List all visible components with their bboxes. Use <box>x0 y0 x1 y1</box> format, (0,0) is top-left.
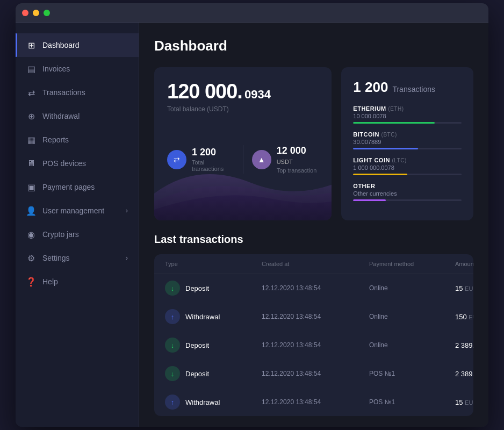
tx-currency: EUR <box>465 285 473 292</box>
crypto-item-bitcoin: BITCOIN (BTC) 30.007889 <box>353 131 462 149</box>
sidebar-item-user-management[interactable]: 👤 User management › <box>16 199 139 223</box>
crypto-name: ETHERIUM (ETH) <box>353 105 462 112</box>
sidebar-item-settings[interactable]: ⚙ Settings › <box>16 246 139 270</box>
withdrawal-icon: ↑ <box>165 309 180 324</box>
app-container: ⊞ Dashboard ▤ Invoices ⇄ Transactions ⊕ … <box>16 23 488 427</box>
page-title: Dashboard <box>154 38 473 54</box>
sidebar-item-withdrawal[interactable]: ⊕ Withdrawal <box>16 104 139 128</box>
tx-type-cell: ↓ Deposit <box>165 366 262 381</box>
dashboard-icon: ⊞ <box>26 40 36 50</box>
tx-amount: 15 EUR <box>455 284 473 292</box>
table-row[interactable]: ↑ Withdrawal 12.12.2020 13:48:54 POS №1 … <box>154 388 473 416</box>
deposit-icon: ↓ <box>165 281 180 296</box>
tx-type-cell: ↑ Withdrawal <box>165 395 262 410</box>
main-content: Dashboard 120 000. 0934 Total balance (U… <box>139 23 488 427</box>
tx-type-cell: ↑ Withdrawal <box>165 309 262 324</box>
tx-date: 12.12.2020 13:48:54 <box>262 313 369 320</box>
minimize-dot[interactable] <box>33 10 39 16</box>
progress-bar <box>353 148 462 149</box>
crypto-list: ETHERIUM (ETH) 10 000.0078 BITCOIN (BTC)… <box>353 105 462 201</box>
sidebar: ⊞ Dashboard ▤ Invoices ⇄ Transactions ⊕ … <box>16 23 139 427</box>
progress-bar <box>353 199 462 201</box>
col-type: Type <box>165 261 262 267</box>
tx-date: 12.12.2020 13:48:54 <box>262 398 369 406</box>
tx-method: POS №1 <box>369 398 455 406</box>
progress-fill <box>353 174 407 175</box>
progress-fill <box>353 122 434 124</box>
last-transactions-table: Type Created at Payment method Amount St… <box>154 254 473 416</box>
table-row[interactable]: ↓ Deposit 12.12.2020 13:48:54 POS №1 2 3… <box>154 360 473 388</box>
browser-toolbar <box>16 3 488 23</box>
top-cards: 120 000. 0934 Total balance (USDT) <box>154 67 473 220</box>
progress-bar <box>353 122 462 124</box>
total-tx-info: 1 200 Total transactions <box>192 147 234 172</box>
sidebar-item-dashboard[interactable]: ⊞ Dashboard <box>16 33 139 57</box>
crypto-name: LIGHT COIN (LTC) <box>353 157 462 163</box>
table-row[interactable]: ↓ Deposit 12.12.2020 13:48:54 Online 2 3… <box>154 331 473 360</box>
sidebar-label-invoices: Invoices <box>42 64 128 73</box>
sidebar-label-transactions: Transactions <box>42 88 128 97</box>
total-tx-icon: ⇄ <box>167 150 186 169</box>
top-tx-desc: Top transaction <box>277 167 319 174</box>
tx-date: 12.12.2020 13:48:54 <box>262 284 369 292</box>
tx-method: Online <box>369 313 455 320</box>
deposit-icon: ↓ <box>165 338 180 353</box>
close-dot[interactable] <box>22 10 28 16</box>
help-icon: ❓ <box>26 277 36 286</box>
sidebar-item-payment-pages[interactable]: ▣ Payment pages <box>16 175 139 199</box>
settings-icon: ⚙ <box>26 253 36 263</box>
tx-type-name: Withdrawal <box>185 313 220 321</box>
withdrawal-icon: ↑ <box>165 395 180 410</box>
sidebar-item-help[interactable]: ❓ Help <box>16 270 139 293</box>
sidebar-label-withdrawal: Withdrawal <box>42 112 128 120</box>
total-tx-desc: Total transactions <box>192 159 234 172</box>
table-body: ↓ Deposit 12.12.2020 13:48:54 Online 15 … <box>154 274 473 416</box>
sidebar-item-pos-devices[interactable]: 🖥 POS devices <box>16 152 139 175</box>
withdrawal-icon: ⊕ <box>26 111 36 121</box>
stat-divider <box>243 145 243 174</box>
crypto-item-other: OTHER Other currencies <box>353 183 462 201</box>
payment-pages-icon: ▣ <box>26 182 36 192</box>
sidebar-label-pos: POS devices <box>42 159 128 168</box>
sidebar-item-crypto-jars[interactable]: ◉ Crypto jars <box>16 223 139 246</box>
table-row[interactable]: ↑ Withdrawal 12.12.2020 13:48:54 Online … <box>154 303 473 331</box>
tx-method: Online <box>369 284 455 292</box>
table-row[interactable]: ↓ Deposit 12.12.2020 13:48:54 Online 15 … <box>154 274 473 303</box>
table-header: Type Created at Payment method Amount St… <box>154 254 473 274</box>
col-amount: Amount <box>455 261 473 267</box>
top-tx-info: 12 000 USDT Top transaction <box>277 145 319 174</box>
sidebar-item-invoices[interactable]: ▤ Invoices <box>16 57 139 81</box>
sidebar-item-transactions[interactable]: ⇄ Transactions <box>16 81 139 104</box>
invoices-icon: ▤ <box>26 64 36 74</box>
crypto-amount: Other currencies <box>353 190 462 197</box>
user-management-chevron: › <box>126 207 128 214</box>
balance-stats: ⇄ 1 200 Total transactions ▲ <box>167 145 319 174</box>
crypto-code: (ETH) <box>388 106 404 112</box>
maximize-dot[interactable] <box>44 10 50 16</box>
progress-fill <box>353 148 418 149</box>
tx-type-name: Withdrawal <box>185 398 220 406</box>
crypto-code: (BTC) <box>381 132 397 138</box>
col-method: Payment method <box>369 261 455 267</box>
reports-icon: ▦ <box>26 135 36 145</box>
crypto-item-light-coin: LIGHT COIN (LTC) 1 000 000.0078 <box>353 157 462 175</box>
transactions-icon: ⇄ <box>26 88 36 97</box>
crypto-code: (LTC) <box>392 157 406 163</box>
tx-amount: 15 EUR <box>455 398 473 406</box>
sidebar-label-user-management: User management <box>42 206 119 215</box>
crypto-jars-icon: ◉ <box>26 230 36 239</box>
browser-window: ⊞ Dashboard ▤ Invoices ⇄ Transactions ⊕ … <box>16 3 488 427</box>
transactions-label: Transactions <box>392 85 435 94</box>
tx-type-cell: ↓ Deposit <box>165 338 262 353</box>
tx-type-name: Deposit <box>185 284 209 292</box>
tx-date: 12.12.2020 13:48:54 <box>262 341 369 349</box>
tx-amount: 2 389.45 EUR <box>455 341 473 349</box>
sidebar-item-reports[interactable]: ▦ Reports <box>16 128 139 152</box>
sidebar-label-reports: Reports <box>42 135 128 144</box>
tx-date: 12.12.2020 13:48:54 <box>262 370 369 377</box>
top-tx-icon: ▲ <box>252 150 271 169</box>
crypto-amount: 10 000.0078 <box>353 113 462 119</box>
sidebar-label-settings: Settings <box>42 254 119 262</box>
tx-amount: 2 389.4589 EUR <box>455 370 473 378</box>
balance-main-value: 120 000. <box>167 80 242 103</box>
